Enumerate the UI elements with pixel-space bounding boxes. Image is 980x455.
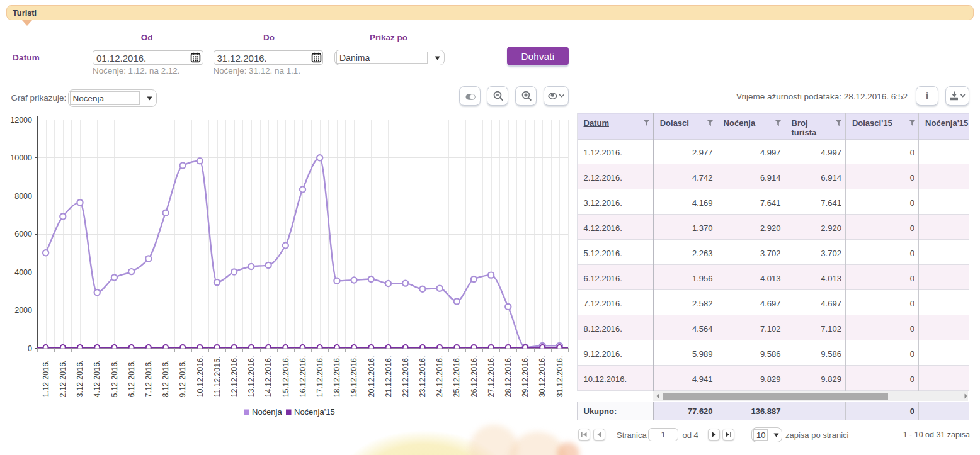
svg-text:1.12.2016.: 1.12.2016.	[42, 360, 50, 397]
svg-text:2000: 2000	[14, 306, 32, 315]
svg-text:25.12.2016.: 25.12.2016.	[452, 356, 461, 397]
svg-text:21.12.2016.: 21.12.2016.	[384, 356, 393, 397]
svg-text:9.12.2016.: 9.12.2016.	[178, 360, 187, 397]
svg-text:Noćenja'15: Noćenja'15	[294, 407, 335, 417]
svg-text:15.12.2016.: 15.12.2016.	[282, 356, 290, 397]
svg-text:4000: 4000	[14, 268, 32, 277]
svg-text:16.12.2016.: 16.12.2016.	[299, 356, 307, 397]
svg-text:30.12.2016.: 30.12.2016.	[538, 356, 547, 397]
svg-text:3.12.2016.: 3.12.2016.	[76, 360, 84, 397]
svg-text:31.12.2016.: 31.12.2016.	[556, 356, 564, 397]
svg-text:Noćenja: Noćenja	[252, 407, 282, 417]
svg-text:6.12.2016.: 6.12.2016.	[127, 360, 136, 397]
svg-text:11.12.2016.: 11.12.2016.	[213, 356, 222, 397]
svg-text:29.12.2016.: 29.12.2016.	[521, 356, 530, 397]
svg-text:17.12.2016.: 17.12.2016.	[316, 356, 324, 397]
svg-text:19.12.2016.: 19.12.2016.	[350, 356, 358, 397]
svg-text:10.12.2016.: 10.12.2016.	[196, 356, 205, 397]
svg-text:22.12.2016.: 22.12.2016.	[401, 356, 410, 397]
svg-text:28.12.2016.: 28.12.2016.	[504, 356, 513, 397]
svg-text:14.12.2016.: 14.12.2016.	[264, 356, 273, 397]
svg-text:24.12.2016.: 24.12.2016.	[435, 356, 444, 397]
svg-text:20.12.2016.: 20.12.2016.	[367, 356, 376, 397]
svg-text:27.12.2016.: 27.12.2016.	[487, 356, 496, 397]
svg-text:12.12.2016.: 12.12.2016.	[230, 356, 239, 397]
svg-text:0: 0	[28, 344, 32, 353]
svg-text:23.12.2016.: 23.12.2016.	[418, 356, 427, 397]
svg-text:6000: 6000	[14, 230, 32, 239]
svg-text:2.12.2016.: 2.12.2016.	[59, 360, 67, 397]
svg-text:8.12.2016.: 8.12.2016.	[161, 360, 170, 397]
svg-text:8000: 8000	[14, 192, 32, 201]
svg-text:5.12.2016.: 5.12.2016.	[110, 360, 119, 397]
svg-text:4.12.2016.: 4.12.2016.	[93, 360, 101, 397]
svg-text:18.12.2016.: 18.12.2016.	[333, 356, 341, 397]
svg-text:7.12.2016.: 7.12.2016.	[144, 360, 153, 397]
svg-text:12000: 12000	[10, 116, 32, 125]
svg-text:13.12.2016.: 13.12.2016.	[247, 356, 256, 397]
svg-text:10000: 10000	[10, 154, 32, 162]
svg-text:26.12.2016.: 26.12.2016.	[470, 356, 479, 397]
